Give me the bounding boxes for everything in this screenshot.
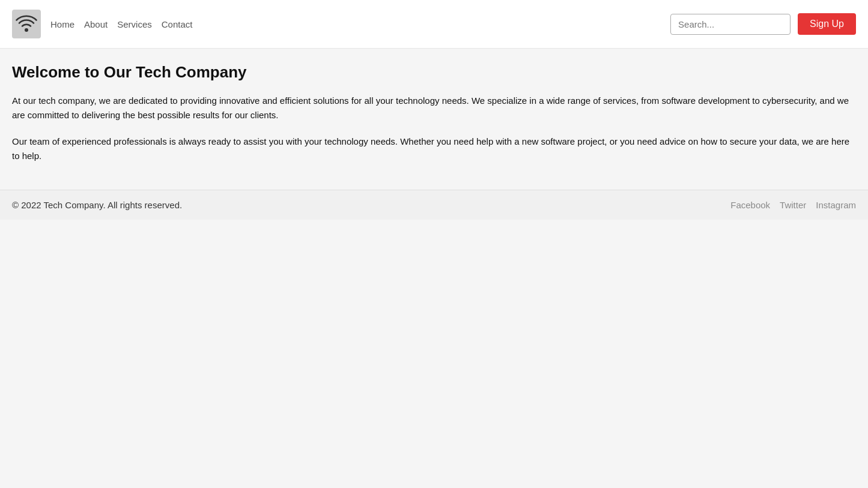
nav-home[interactable]: Home [50,19,74,29]
footer-facebook-link[interactable]: Facebook [730,200,770,210]
footer-twitter-link[interactable]: Twitter [780,200,806,210]
site-header: Home About Services Contact Sign Up [0,0,868,49]
svg-point-0 [25,28,28,32]
logo [12,10,41,38]
nav-contact[interactable]: Contact [162,19,193,29]
signup-button[interactable]: Sign Up [798,13,856,35]
main-paragraph-2: Our team of experienced professionals is… [12,134,856,163]
main-nav: Home About Services Contact [50,19,192,29]
footer-instagram-link[interactable]: Instagram [816,200,856,210]
footer-copyright: © 2022 Tech Company. All rights reserved… [12,200,182,210]
nav-about[interactable]: About [84,19,108,29]
nav-services[interactable]: Services [117,19,152,29]
logo-icon [16,13,37,35]
page-title: Welcome to Our Tech Company [12,63,856,82]
main-content: Welcome to Our Tech Company At our tech … [0,49,868,190]
header-left: Home About Services Contact [12,10,192,38]
site-footer: © 2022 Tech Company. All rights reserved… [0,190,868,220]
header-right: Sign Up [670,13,856,35]
search-input[interactable] [670,14,791,35]
main-paragraph-1: At our tech company, we are dedicated to… [12,94,856,122]
footer-social-links: Facebook Twitter Instagram [730,200,856,210]
